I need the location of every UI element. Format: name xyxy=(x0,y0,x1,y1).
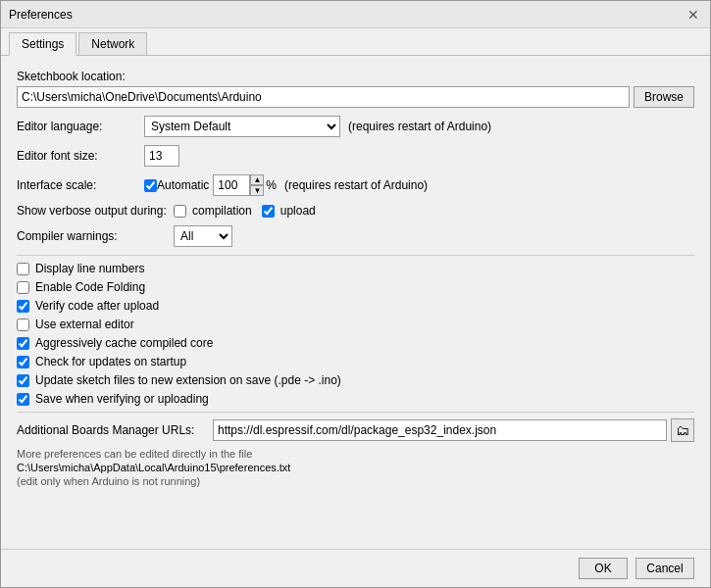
compiler-warnings-row: Compiler warnings: None Default More All xyxy=(17,225,694,247)
update-sketch-checkbox[interactable] xyxy=(17,374,29,387)
compilation-label: compilation xyxy=(192,204,252,218)
aggressively-cache-label: Aggressively cache compiled core xyxy=(35,336,213,350)
upload-label: upload xyxy=(280,204,316,218)
verbose-options: compilation upload xyxy=(174,204,320,218)
dialog-title: Preferences xyxy=(9,8,73,22)
editor-language-row: Editor language: System Default (require… xyxy=(17,116,694,137)
tab-network[interactable]: Network xyxy=(78,32,147,55)
checkbox-check-for-updates: Check for updates on startup xyxy=(17,355,694,368)
cancel-button[interactable]: Cancel xyxy=(635,558,694,579)
compilation-checkbox[interactable] xyxy=(174,205,186,218)
checkbox-aggressively-cache: Aggressively cache compiled core xyxy=(17,336,694,350)
interface-scale-row: Interface scale: Automatic ▲ ▼ % (requir… xyxy=(17,174,694,196)
additional-boards-label: Additional Boards Manager URLs: xyxy=(17,423,213,437)
upload-checkbox[interactable] xyxy=(262,205,275,218)
save-when-verifying-label: Save when verifying or uploading xyxy=(35,392,209,406)
compiler-warnings-label: Compiler warnings: xyxy=(17,229,174,243)
checkbox-save-when-verifying: Save when verifying or uploading xyxy=(17,392,694,406)
display-line-numbers-label: Display line numbers xyxy=(35,262,144,275)
browse-button[interactable]: Browse xyxy=(634,86,694,108)
display-line-numbers-checkbox[interactable] xyxy=(17,263,29,275)
enable-code-folding-checkbox[interactable] xyxy=(17,281,29,294)
info-line-3: (edit only when Arduino is not running) xyxy=(17,475,694,487)
spinner-down[interactable]: ▼ xyxy=(250,185,264,196)
editor-font-size-label: Editor font size: xyxy=(17,149,144,163)
folder-icon: 🗂 xyxy=(676,422,689,438)
save-when-verifying-checkbox[interactable] xyxy=(17,393,29,406)
external-editor-label: Use external editor xyxy=(35,318,134,331)
sketchbook-row: Sketchbook location: Browse xyxy=(17,70,694,108)
external-editor-checkbox[interactable] xyxy=(17,318,29,331)
title-bar: Preferences ✕ xyxy=(1,1,710,28)
editor-language-select[interactable]: System Default xyxy=(144,116,340,137)
divider-1 xyxy=(17,255,694,256)
additional-boards-row: Additional Boards Manager URLs: 🗂 xyxy=(17,418,694,442)
enable-code-folding-label: Enable Code Folding xyxy=(35,280,145,294)
ok-button[interactable]: OK xyxy=(579,558,628,579)
sketchbook-label: Sketchbook location: xyxy=(17,70,694,83)
checkbox-display-line-numbers: Display line numbers xyxy=(17,262,694,275)
compiler-warnings-select[interactable]: None Default More All xyxy=(174,225,232,247)
editor-font-size-row: Editor font size: xyxy=(17,145,694,167)
interface-scale-label: Interface scale: xyxy=(17,178,144,192)
settings-content: Sketchbook location: Browse Editor langu… xyxy=(1,56,710,549)
folder-icon-button[interactable]: 🗂 xyxy=(671,418,694,442)
additional-boards-input[interactable] xyxy=(213,419,667,441)
verify-code-label: Verify code after upload xyxy=(35,299,159,313)
verbose-output-label: Show verbose output during: xyxy=(17,204,174,218)
percent-label: % xyxy=(266,178,277,192)
checkbox-enable-code-folding: Enable Code Folding xyxy=(17,280,694,294)
scale-value-input[interactable] xyxy=(213,174,250,196)
sketchbook-input[interactable] xyxy=(17,86,630,108)
automatic-label: Automatic xyxy=(157,178,209,192)
scale-spinner: ▲ ▼ xyxy=(213,174,264,196)
scale-restart-note: (requires restart of Arduino) xyxy=(284,178,428,192)
automatic-checkbox[interactable] xyxy=(144,179,157,192)
checkbox-verify-code-after-upload: Verify code after upload xyxy=(17,299,694,313)
sketchbook-input-row: Browse xyxy=(17,86,694,108)
info-line-1: More preferences can be edited directly … xyxy=(17,448,694,460)
verbose-output-row: Show verbose output during: compilation … xyxy=(17,204,694,218)
divider-2 xyxy=(17,412,694,413)
spinner-up[interactable]: ▲ xyxy=(250,174,264,185)
update-sketch-label: Update sketch files to new extension on … xyxy=(35,373,341,387)
verify-code-checkbox[interactable] xyxy=(17,300,29,313)
info-line-2: C:\Users\micha\AppData\Local\Arduino15\p… xyxy=(17,462,694,473)
editor-font-size-input[interactable] xyxy=(144,145,179,167)
preferences-dialog: Preferences ✕ Settings Network Sketchboo… xyxy=(0,0,711,588)
tab-settings[interactable]: Settings xyxy=(9,32,76,56)
bottom-buttons: OK Cancel xyxy=(1,549,710,587)
check-updates-label: Check for updates on startup xyxy=(35,355,186,368)
checkbox-update-sketch-files: Update sketch files to new extension on … xyxy=(17,373,694,387)
aggressively-cache-checkbox[interactable] xyxy=(17,337,29,350)
spinner-arrows: ▲ ▼ xyxy=(250,174,264,196)
checkbox-use-external-editor: Use external editor xyxy=(17,318,694,331)
check-updates-checkbox[interactable] xyxy=(17,356,29,368)
editor-language-label: Editor language: xyxy=(17,120,144,133)
close-button[interactable]: ✕ xyxy=(685,6,702,24)
language-restart-note: (requires restart of Arduino) xyxy=(348,120,491,133)
tab-bar: Settings Network xyxy=(1,28,710,56)
